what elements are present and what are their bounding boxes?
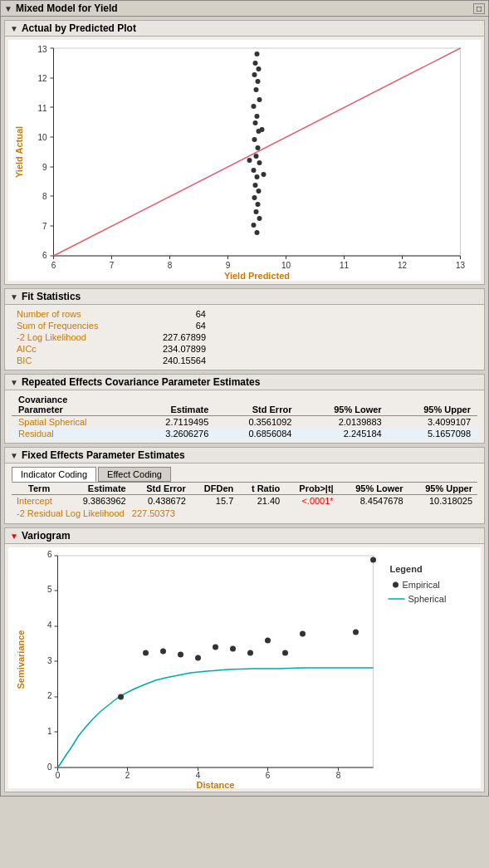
svg-point-39 [252,72,257,77]
col-header-stderr: Std Error [215,394,298,416]
svg-point-44 [255,114,260,119]
fixed-effects-title: ▼ Fixed Effects Parameter Estimates [5,448,484,463]
term-prob: <.0001* [285,495,338,508]
table-row: Spatial Spherical 2.7119495 0.3561092 2.… [12,416,477,429]
svg-text:10: 10 [281,261,291,270]
tab-effect-coding[interactable]: Effect Coding [98,467,171,482]
svg-text:0: 0 [56,771,61,780]
svg-point-109 [393,582,399,588]
section-collapse-icon[interactable]: ▼ [10,24,18,33]
svg-point-57 [254,209,259,214]
svg-point-105 [370,557,376,563]
svg-text:2: 2 [47,691,52,700]
param-name: Residual [12,428,132,439]
svg-text:6: 6 [51,261,56,270]
repeated-effects-table: CovarianceParameter Estimate Std Error 9… [12,394,477,439]
svg-text:6: 6 [47,550,52,559]
fit-statistics-table: Number of rows 64 Sum of Frequencies 64 … [12,308,211,366]
col-header-lower: 95% Lower [298,394,388,416]
col-header-lower: 95% Lower [339,483,408,495]
param-estimate: 2.7119495 [132,416,215,429]
svg-point-55 [252,195,257,200]
variogram-title: ▼ Variogram [5,528,484,544]
svg-text:11: 11 [340,261,350,270]
table-row: Number of rows 64 [12,308,211,320]
svg-point-62 [247,158,252,163]
stat-label: -2 Log Likelihood [12,331,138,343]
table-row: Sum of Frequencies 64 [12,320,211,331]
svg-text:Legend: Legend [390,564,423,574]
svg-text:Yield Actual: Yield Actual [14,126,24,178]
svg-point-101 [265,638,271,644]
fit-statistics-title: ▼ Fit Statistics [5,289,484,305]
svg-text:1: 1 [47,727,52,736]
svg-point-98 [213,645,218,650]
svg-text:Distance: Distance [197,780,235,788]
maximize-icon[interactable]: □ [473,3,485,14]
table-row: AICc 234.07899 [12,343,211,355]
col-header-param: CovarianceParameter [12,394,132,416]
svg-text:9: 9 [42,163,47,172]
stat-label: Sum of Frequencies [12,320,138,331]
svg-point-95 [160,649,166,655]
term-dfden: 15.7 [191,495,238,508]
actual-predicted-section: ▼ Actual by Predicted Plot 6 7 8 9 10 1 [4,20,485,285]
svg-point-48 [256,145,261,150]
svg-point-100 [247,650,253,656]
stat-label: AICc [12,343,138,355]
col-header-stderr: Std Error [131,483,191,495]
svg-text:Empirical: Empirical [403,580,440,590]
term-tratio: 21.40 [238,495,285,508]
tab-indicator-coding[interactable]: Indicator Coding [12,467,96,482]
actual-predicted-plot: 6 7 8 9 10 11 12 13 6 7 8 9 10 11 12 13 [8,40,481,281]
svg-text:5: 5 [47,585,52,594]
term-stderr: 0.438672 [131,495,191,508]
svg-point-45 [253,120,258,125]
col-header-dfden: DFDen [191,483,238,495]
variogram-collapse-icon[interactable]: ▼ [10,532,18,541]
svg-point-37 [253,61,258,66]
svg-point-51 [252,168,257,173]
fixed-effects-collapse-icon[interactable]: ▼ [10,451,18,460]
svg-text:8: 8 [336,771,341,780]
main-panel: ▼ Mixed Model for Yield □ ▼ Actual by Pr… [0,0,489,797]
fixed-effects-table: Term Estimate Std Error DFDen t Ratio Pr… [12,482,477,520]
table-row: Intercept 9.3863962 0.438672 15.7 21.40 … [12,495,477,508]
param-estimate: 3.2606276 [132,428,215,439]
svg-text:4: 4 [47,620,52,630]
repeated-effects-collapse-icon[interactable]: ▼ [10,378,18,387]
svg-text:Spherical: Spherical [408,594,447,604]
svg-point-96 [178,652,183,658]
repeated-effects-section: ▼ Repeated Effects Covariance Parameter … [4,374,485,444]
svg-point-94 [143,650,149,656]
svg-point-63 [262,172,267,177]
table-row: Residual 3.2606276 0.6856084 2.245184 5.… [12,428,477,439]
svg-point-61 [260,127,265,132]
svg-point-52 [255,174,260,179]
stat-value: 64 [138,320,211,331]
param-stderr: 0.6856084 [215,428,298,439]
fit-stats-collapse-icon[interactable]: ▼ [10,292,18,302]
term-estimate: 9.3863962 [66,495,130,508]
variogram-plot: 0 1 2 3 4 5 6 0 2 4 6 8 [8,547,481,788]
svg-point-59 [252,223,257,228]
param-lower: 2.245184 [298,428,388,439]
svg-text:9: 9 [226,261,231,270]
stat-value: 227.67899 [138,331,211,343]
svg-point-93 [118,694,124,700]
svg-point-53 [253,183,258,188]
panel-collapse-icon[interactable]: ▼ [4,4,12,13]
svg-text:8: 8 [42,192,47,201]
svg-point-54 [257,189,262,194]
svg-point-104 [353,630,359,635]
svg-text:11: 11 [37,104,47,113]
stat-label: BIC [12,355,138,366]
svg-point-99 [230,646,236,652]
param-stderr: 0.3561092 [215,416,298,429]
stat-label: Number of rows [12,308,138,320]
col-header-tratio: t Ratio [238,483,285,495]
svg-text:2: 2 [125,771,130,780]
fixed-effects-section: ▼ Fixed Effects Parameter Estimates Indi… [4,447,485,524]
col-header-estimate: Estimate [66,483,130,495]
svg-point-50 [257,160,262,165]
